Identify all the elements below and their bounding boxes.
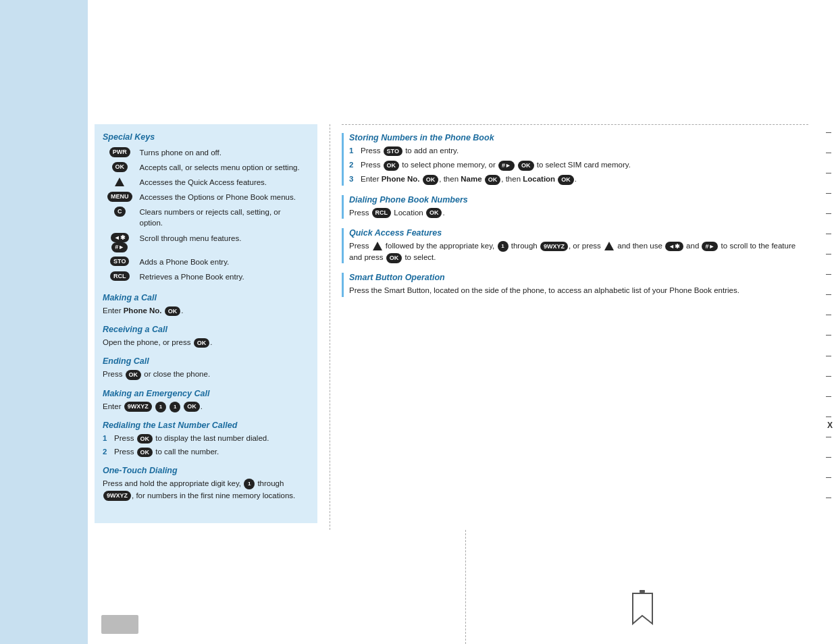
ok-key-store-3c: OK bbox=[558, 175, 574, 185]
step-num-2: 2 bbox=[349, 159, 357, 171]
section-special-keys: Special Keys PWR Turns phone on and off. bbox=[103, 132, 309, 285]
star-key-quick: ◄✱ bbox=[665, 242, 683, 252]
storing-step-1: Press STO to add an entry. bbox=[361, 145, 459, 157]
receiving-call-content: Open the phone, or press OK. bbox=[103, 337, 309, 348]
top-area bbox=[88, 0, 834, 124]
tick-mark bbox=[826, 213, 831, 214]
gray-rectangle bbox=[101, 615, 138, 634]
section-one-touch: One-Touch Dialing Press and hold the app… bbox=[103, 466, 309, 502]
9wxyz-key-onetouch: 9WXYZ bbox=[103, 491, 131, 501]
9wxyz-key-emergency: 9WXYZ bbox=[124, 402, 152, 412]
smart-button-title: Smart Button Operation bbox=[349, 273, 808, 282]
bottom-divider bbox=[460, 530, 471, 644]
ok-key-making-call: OK bbox=[165, 306, 181, 317]
table-row: ◄✱ #► Scroll through menu features. bbox=[104, 232, 308, 254]
bottom-left-content bbox=[88, 530, 460, 644]
9wxyz-key-quick: 9WXYZ bbox=[540, 242, 568, 252]
quick-access-title: Quick Access Features bbox=[349, 228, 808, 238]
rcl-key-dial: RCL bbox=[372, 208, 392, 218]
ok-key-store-2b: OK bbox=[518, 161, 534, 171]
key-cell-ok: OK bbox=[104, 161, 136, 174]
tick-mark bbox=[826, 153, 831, 153]
storing-numbers-title: Storing Numbers in the Phone Book bbox=[349, 133, 808, 142]
key-cell-c: C bbox=[104, 205, 136, 230]
ok-key-ending: OK bbox=[126, 370, 142, 380]
tick-mark bbox=[826, 498, 831, 498]
storing-step-2: Press OK to select phone memory, or #► O… bbox=[361, 159, 631, 171]
tick-mark bbox=[826, 457, 831, 458]
list-item: 1 Press OK to display the last number di… bbox=[103, 433, 309, 444]
key-cell-rcl: RCL bbox=[104, 270, 136, 284]
page-body: Special Keys PWR Turns phone on and off. bbox=[88, 0, 834, 644]
tick-mark bbox=[826, 132, 831, 133]
section-emergency-call: Making an Emergency Call Enter 9WXYZ 1 1… bbox=[103, 389, 309, 412]
right-sidebar: X bbox=[815, 124, 834, 530]
table-row: PWR Turns phone on and off. bbox=[104, 146, 308, 159]
sto-key-icon: STO bbox=[110, 257, 129, 267]
tick-mark bbox=[826, 396, 831, 397]
tick-mark bbox=[826, 417, 831, 417]
redialing-content: 1 Press OK to display the last number di… bbox=[103, 433, 309, 458]
up-arrow-icon bbox=[115, 178, 124, 186]
bell-icon bbox=[627, 590, 658, 627]
making-call-content: Enter Phone No. OK. bbox=[103, 305, 309, 317]
tick-mark bbox=[826, 437, 831, 437]
section-dialing-phonebook: Dialing Phone Book Numbers Press RCL Loc… bbox=[342, 195, 808, 219]
section-redialing: Redialing the Last Number Called 1 Press… bbox=[103, 421, 309, 458]
ok-key-receiving: OK bbox=[194, 338, 210, 348]
section-quick-access: Quick Access Features Press followed by … bbox=[342, 228, 808, 264]
hash-key-icon: #► bbox=[111, 242, 128, 252]
tick-mark bbox=[826, 274, 831, 275]
table-row: Accesses the Quick Access features. bbox=[104, 176, 308, 189]
ok-key-dial: OK bbox=[426, 208, 442, 218]
tick-mark bbox=[826, 315, 831, 315]
ok-key-emergency: OK bbox=[184, 402, 200, 412]
storing-numbers-content: 1 Press STO to add an entry. 2 Press OK … bbox=[349, 145, 808, 186]
section-ending-call: Ending Call Press OK or close the phone. bbox=[103, 356, 309, 380]
step-num-3: 3 bbox=[349, 173, 357, 185]
right-column: Storing Numbers in the Phone Book 1 Pres… bbox=[335, 124, 815, 530]
redialing-step-2: Press OK to call the number. bbox=[114, 446, 219, 458]
bottom-dashed-line bbox=[465, 530, 466, 644]
smart-button-content: Press the Smart Button, located on the s… bbox=[349, 285, 808, 296]
emergency-call-content: Enter 9WXYZ 1 1 OK. bbox=[103, 401, 309, 412]
hash-key-store: #► bbox=[498, 161, 515, 171]
tick-mark bbox=[826, 173, 831, 173]
ok-key-store-3b: OK bbox=[485, 175, 501, 185]
list-item: 1 Press STO to add an entry. bbox=[349, 145, 808, 157]
key-cell-scroll: ◄✱ #► bbox=[104, 232, 136, 254]
page-wrapper: Special Keys PWR Turns phone on and off. bbox=[0, 0, 834, 644]
emergency-call-title: Making an Emergency Call bbox=[103, 389, 309, 398]
tick-mark bbox=[826, 335, 831, 336]
key-cell-pwr: PWR bbox=[104, 146, 136, 159]
tick-mark bbox=[826, 477, 831, 478]
ending-call-content: Press OK or close the phone. bbox=[103, 369, 309, 380]
tick-mark bbox=[826, 294, 831, 295]
body-middle: Special Keys PWR Turns phone on and off. bbox=[88, 124, 834, 530]
redialing-step-1: Press OK to display the last number dial… bbox=[114, 433, 269, 444]
ending-call-title: Ending Call bbox=[103, 356, 309, 366]
key-desc-rcl: Retrieves a Phone Book entry. bbox=[137, 270, 309, 284]
section-storing-numbers: Storing Numbers in the Phone Book 1 Pres… bbox=[342, 133, 808, 186]
section-receiving-call: Receiving a Call Open the phone, or pres… bbox=[103, 325, 309, 348]
quick-access-content: Press followed by the appropriate key, 1… bbox=[349, 240, 808, 264]
1-key-quick: 1 bbox=[498, 241, 509, 252]
left-sidebar bbox=[0, 0, 88, 644]
left-column-inner: Special Keys PWR Turns phone on and off. bbox=[95, 124, 317, 523]
up-arrow-quick2 bbox=[604, 242, 614, 250]
key-desc-ok: Accepts call, or selects menu option or … bbox=[137, 161, 309, 174]
1-key-emergency-2: 1 bbox=[170, 402, 180, 412]
top-dashed-separator bbox=[342, 124, 808, 125]
ok-key-store-3a: OK bbox=[423, 175, 439, 185]
table-row: C Clears numbers or rejects call, settin… bbox=[104, 205, 308, 230]
step-num-1: 1 bbox=[349, 145, 357, 157]
list-item: 3 Enter Phone No. OK, then Name OK, then… bbox=[349, 173, 808, 185]
ok-key-icon: OK bbox=[112, 162, 128, 172]
receiving-call-title: Receiving a Call bbox=[103, 325, 309, 334]
ok-key-quick: OK bbox=[386, 253, 402, 263]
body-bottom bbox=[88, 530, 834, 644]
one-touch-content: Press and hold the appropriate digit key… bbox=[103, 478, 309, 502]
c-key-icon: C bbox=[114, 207, 126, 217]
special-keys-table: PWR Turns phone on and off. OK Accepts c… bbox=[103, 144, 309, 285]
dialing-phonebook-title: Dialing Phone Book Numbers bbox=[349, 195, 808, 205]
